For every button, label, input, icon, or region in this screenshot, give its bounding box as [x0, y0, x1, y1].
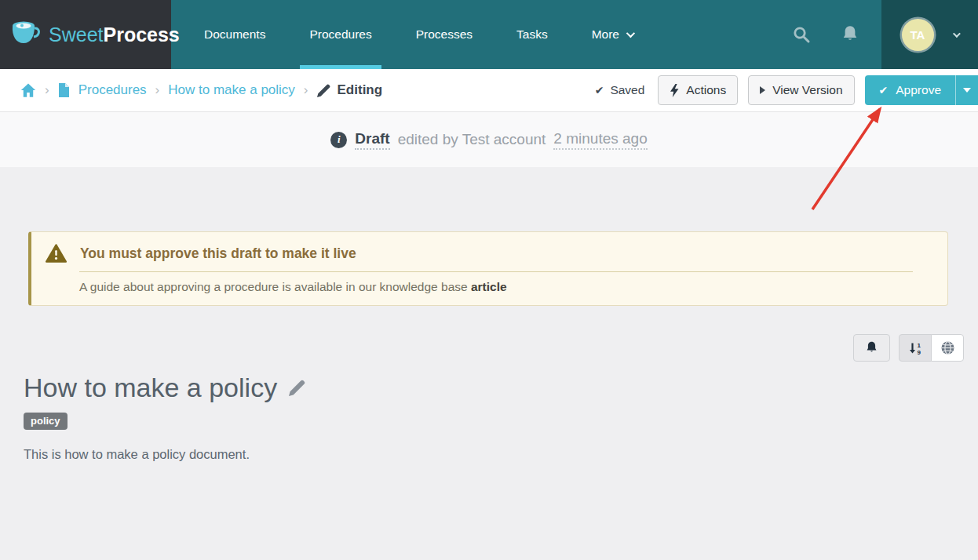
actions-button-label: Actions: [686, 83, 726, 97]
tab-procedures-label: Procedures: [309, 27, 371, 42]
knowledge-base-article-link[interactable]: article: [471, 280, 507, 293]
tab-more-label: More: [592, 27, 619, 42]
draft-status-bar: i Draft edited by Test account 2 minutes…: [0, 112, 978, 167]
main-content: You must approve this draft to make it l…: [0, 231, 978, 560]
tab-procedures[interactable]: Procedures: [303, 0, 378, 69]
home-icon[interactable]: [20, 83, 36, 98]
bell-icon: [865, 340, 878, 355]
approval-warning-header: You must approve this draft to make it l…: [46, 244, 932, 263]
document-tools-row: 1 9: [0, 334, 964, 362]
actions-button[interactable]: Actions: [658, 75, 738, 105]
play-icon: [760, 86, 765, 94]
svg-text:1: 1: [918, 342, 921, 349]
approve-dropdown-button[interactable]: [955, 75, 978, 105]
nav-icon-group: [792, 0, 881, 69]
tab-more[interactable]: More: [586, 0, 639, 69]
tab-tasks-label: Tasks: [516, 27, 548, 42]
sort-numeric-icon: 1 9: [908, 341, 922, 355]
saved-status: ✔ Saved: [595, 83, 645, 97]
chevron-down-icon[interactable]: [952, 30, 960, 38]
warning-triangle-icon: [46, 244, 67, 263]
breadcrumb-toolbar: › Procedures › How to make a policy › Ed…: [0, 69, 978, 112]
warning-body: A guide about approving a procedure is a…: [79, 280, 932, 294]
edit-title-pencil-icon[interactable]: [289, 380, 305, 396]
chevron-down-icon: [626, 29, 635, 38]
edited-time[interactable]: 2 minutes ago: [553, 130, 647, 150]
brand-name: SweetProcess: [49, 24, 180, 46]
brand-name-sweet: Sweet: [49, 24, 103, 45]
info-icon: i: [330, 132, 347, 148]
logo-cup-icon: [10, 20, 42, 49]
brand-name-process: Process: [103, 24, 179, 45]
caret-down-icon: [963, 88, 971, 93]
view-version-button-label: View Version: [772, 83, 842, 97]
tab-documents-label: Documents: [204, 27, 265, 42]
tab-processes-label: Processes: [416, 27, 473, 42]
breadcrumb-separator: ›: [304, 82, 308, 98]
check-icon: ✔: [595, 84, 604, 96]
toolbar-actions: ✔ Saved Actions View Version ✔ Approve: [595, 75, 978, 105]
globe-icon: [940, 340, 955, 355]
notifications-bell-icon[interactable]: [841, 24, 859, 45]
avatar[interactable]: TA: [902, 19, 934, 51]
document-title-row: How to make a policy: [24, 373, 978, 403]
breadcrumb-link-procedure-title[interactable]: How to make a policy: [168, 82, 295, 98]
breadcrumb-current-label: Editing: [338, 82, 383, 98]
check-icon: ✔: [879, 84, 889, 96]
breadcrumb: › Procedures › How to make a policy › Ed…: [20, 82, 382, 98]
page: SweetProcess Documents Procedures Proces…: [0, 0, 978, 560]
sort-numeric-button[interactable]: 1 9: [899, 334, 932, 362]
subscribe-bell-button[interactable]: [853, 334, 890, 362]
view-version-button[interactable]: View Version: [748, 75, 854, 105]
tab-documents[interactable]: Documents: [198, 0, 272, 69]
public-globe-button[interactable]: [931, 334, 964, 362]
user-menu[interactable]: TA: [881, 0, 978, 69]
lightning-bolt-icon: [670, 84, 679, 97]
brand-logo[interactable]: SweetProcess: [0, 0, 171, 69]
breadcrumb-current: Editing: [317, 82, 383, 98]
edit-pencil-icon: [317, 84, 330, 97]
approve-button[interactable]: ✔ Approve: [865, 75, 955, 105]
document-description: This is how to make a policy document.: [24, 447, 978, 462]
breadcrumb-separator: ›: [155, 82, 160, 98]
breadcrumb-link-procedures[interactable]: Procedures: [78, 82, 147, 98]
tab-processes[interactable]: Processes: [410, 0, 479, 69]
warning-title: You must approve this draft to make it l…: [80, 245, 356, 262]
draft-label[interactable]: Draft: [355, 130, 389, 150]
main-nav: Documents Procedures Processes Tasks Mor…: [182, 0, 655, 69]
search-icon[interactable]: [792, 25, 812, 45]
top-navbar: SweetProcess Documents Procedures Proces…: [0, 0, 978, 69]
document-title: How to make a policy: [24, 373, 277, 403]
approve-button-group: ✔ Approve: [865, 75, 978, 105]
tab-tasks[interactable]: Tasks: [510, 0, 554, 69]
warning-body-text: A guide about approving a procedure is a…: [79, 280, 468, 293]
approve-button-label: Approve: [896, 83, 941, 97]
warning-divider: [79, 271, 913, 272]
tag-badge[interactable]: policy: [24, 413, 68, 430]
breadcrumb-separator: ›: [45, 82, 49, 98]
document-icon: [58, 83, 70, 97]
approval-warning-box: You must approve this draft to make it l…: [28, 231, 948, 306]
edited-by-text: edited by Test account: [398, 131, 546, 148]
saved-label: Saved: [610, 83, 644, 97]
view-toggle-group: 1 9: [899, 334, 964, 362]
svg-text:9: 9: [918, 349, 921, 355]
